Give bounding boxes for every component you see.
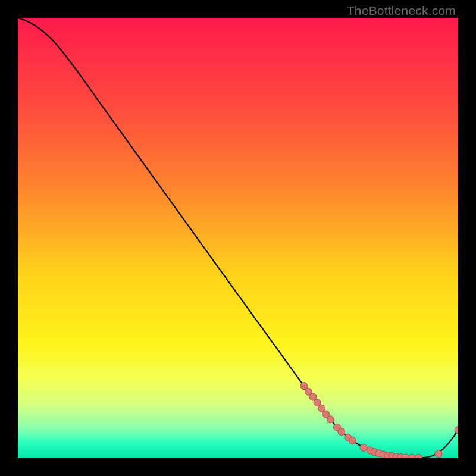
- chart-stage: TheBottleneck.com: [0, 0, 476, 476]
- plot-area: [18, 18, 458, 458]
- chart-curve-layer: [18, 18, 458, 458]
- data-marker: [455, 427, 458, 434]
- data-marker: [327, 416, 334, 423]
- data-marker: [415, 454, 422, 458]
- bottleneck-curve: [18, 18, 458, 458]
- data-marker: [435, 450, 442, 458]
- data-marker: [402, 454, 409, 458]
- data-marker: [360, 444, 367, 451]
- data-marker: [338, 428, 345, 436]
- data-marker: [408, 454, 415, 458]
- watermark-text: TheBottleneck.com: [347, 4, 456, 18]
- data-marker: [349, 437, 356, 444]
